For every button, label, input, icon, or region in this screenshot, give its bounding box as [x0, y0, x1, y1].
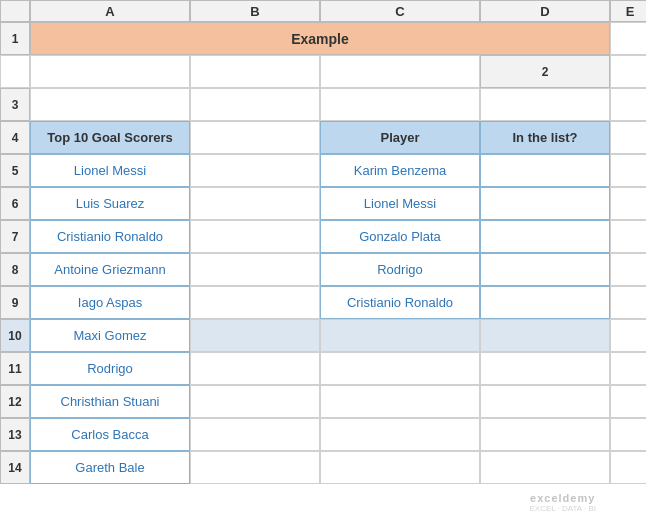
cell-e2	[610, 55, 646, 88]
list-item-2: Luis Suarez	[30, 187, 190, 220]
cell-c9	[190, 286, 320, 319]
cell-d13	[320, 418, 480, 451]
cell-f13	[610, 418, 646, 451]
cell-c8	[190, 253, 320, 286]
cell-c4	[190, 121, 320, 154]
watermark: exceldemy EXCEL · DATA · BI	[529, 492, 596, 513]
cell-b1	[0, 55, 30, 88]
inlist-4	[480, 253, 610, 286]
row-header-7: 7	[0, 220, 30, 253]
row-header-5: 5	[0, 154, 30, 187]
cell-c6	[190, 187, 320, 220]
list-item-4: Antoine Griezmann	[30, 253, 190, 286]
list-header: Top 10 Goal Scorers	[30, 121, 190, 154]
cell-f6	[610, 187, 646, 220]
cell-f14	[610, 451, 646, 484]
player-3: Gonzalo Plata	[320, 220, 480, 253]
cell-e1	[320, 55, 480, 88]
cell-f11	[610, 352, 646, 385]
cell-d11	[320, 352, 480, 385]
cell-e10	[480, 319, 610, 352]
cell-c7	[190, 220, 320, 253]
cell-e14	[480, 451, 610, 484]
list-item-6: Maxi Gomez	[30, 319, 190, 352]
row-header-13: 13	[0, 418, 30, 451]
row-header-12: 12	[0, 385, 30, 418]
list-item-9: Carlos Bacca	[30, 418, 190, 451]
cell-e3	[480, 88, 610, 121]
col-header-b: B	[190, 0, 320, 22]
cell-d1	[190, 55, 320, 88]
cell-a1	[610, 22, 646, 55]
cell-e13	[480, 418, 610, 451]
cell-f9	[610, 286, 646, 319]
row-header-11: 11	[0, 352, 30, 385]
cell-c12	[190, 385, 320, 418]
list-item-5: Iago Aspas	[30, 286, 190, 319]
cell-d3	[320, 88, 480, 121]
cell-f10	[610, 319, 646, 352]
cell-f3	[610, 88, 646, 121]
cell-c10	[190, 319, 320, 352]
row-header-3: 3	[0, 88, 30, 121]
list-item-8: Christhian Stuani	[30, 385, 190, 418]
spreadsheet: A B C D E 1 2 Example 3 4 Top 10 Goal Sc…	[0, 0, 646, 523]
row-header-4: 4	[0, 121, 30, 154]
col-header-d: D	[480, 0, 610, 22]
list-item-1: Lionel Messi	[30, 154, 190, 187]
row-header-14: 14	[0, 451, 30, 484]
player-header: Player	[320, 121, 480, 154]
player-4: Rodrigo	[320, 253, 480, 286]
row-header-1: 1	[0, 22, 30, 55]
list-item-3: Cristianio Ronaldo	[30, 220, 190, 253]
list-item-10: Gareth Bale	[30, 451, 190, 484]
cell-f4	[610, 121, 646, 154]
cell-d10	[320, 319, 480, 352]
cell-c13	[190, 418, 320, 451]
cell-c11	[190, 352, 320, 385]
row-header-6: 6	[0, 187, 30, 220]
cell-c1	[30, 55, 190, 88]
cell-c14	[190, 451, 320, 484]
corner-header	[0, 0, 30, 22]
row-header-10: 10	[0, 319, 30, 352]
inlist-header: In the list?	[480, 121, 610, 154]
row-header-2: 2	[480, 55, 610, 88]
cell-c5	[190, 154, 320, 187]
cell-f7	[610, 220, 646, 253]
inlist-5	[480, 286, 610, 319]
player-2: Lionel Messi	[320, 187, 480, 220]
cell-b3	[30, 88, 190, 121]
cell-f8	[610, 253, 646, 286]
inlist-2	[480, 187, 610, 220]
col-header-a: A	[30, 0, 190, 22]
inlist-3	[480, 220, 610, 253]
cell-e11	[480, 352, 610, 385]
player-1: Karim Benzema	[320, 154, 480, 187]
list-item-7: Rodrigo	[30, 352, 190, 385]
col-header-e: E	[610, 0, 646, 22]
cell-c3	[190, 88, 320, 121]
title-cell: Example	[30, 22, 610, 55]
inlist-1	[480, 154, 610, 187]
cell-d14	[320, 451, 480, 484]
row-header-9: 9	[0, 286, 30, 319]
col-header-c: C	[320, 0, 480, 22]
cell-f5	[610, 154, 646, 187]
row-header-8: 8	[0, 253, 30, 286]
cell-d12	[320, 385, 480, 418]
cell-f12	[610, 385, 646, 418]
player-5: Cristianio Ronaldo	[320, 286, 480, 319]
cell-e12	[480, 385, 610, 418]
